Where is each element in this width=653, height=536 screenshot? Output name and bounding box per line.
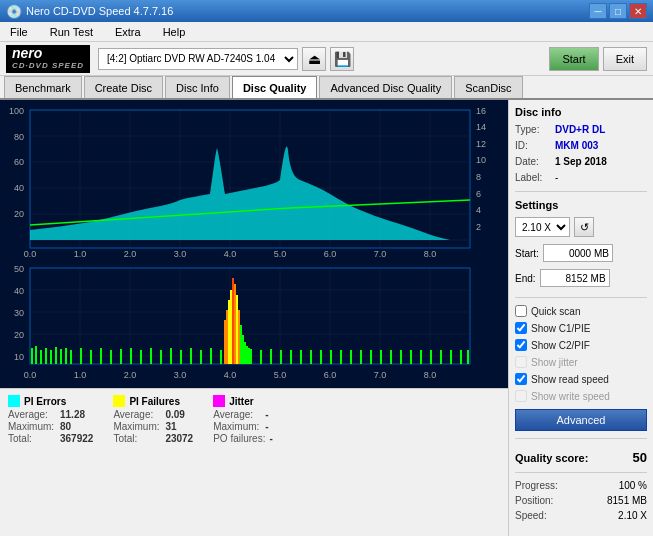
- svg-rect-58: [31, 348, 33, 364]
- svg-rect-42: [0, 260, 508, 388]
- svg-rect-59: [35, 346, 37, 364]
- svg-rect-80: [210, 348, 212, 364]
- menu-file[interactable]: File: [4, 24, 34, 40]
- exit-button[interactable]: Exit: [603, 47, 647, 71]
- svg-rect-101: [310, 350, 312, 364]
- title-bar-left: 💿 Nero CD-DVD Speed 4.7.7.16: [6, 4, 173, 19]
- tab-benchmark[interactable]: Benchmark: [4, 76, 82, 98]
- tab-create-disc[interactable]: Create Disc: [84, 76, 163, 98]
- jitter-po-value: -: [269, 433, 272, 444]
- tab-scandisc[interactable]: ScanDisc: [454, 76, 522, 98]
- quick-scan-checkbox[interactable]: [515, 305, 527, 317]
- start-label: Start:: [515, 248, 539, 259]
- svg-text:3.0: 3.0: [174, 370, 187, 380]
- quality-score-value: 50: [633, 450, 647, 465]
- svg-rect-79: [200, 350, 202, 364]
- svg-rect-111: [410, 350, 412, 364]
- right-panel: Disc info Type: DVD+R DL ID: MKM 003 Dat…: [508, 100, 653, 536]
- separator-4: [515, 472, 647, 473]
- pi-errors-avg-value: 11.28: [60, 409, 85, 420]
- svg-text:40: 40: [14, 286, 24, 296]
- show-c2pif-label: Show C2/PIF: [531, 340, 590, 351]
- disc-date-value: 1 Sep 2018: [555, 156, 607, 167]
- save-icon[interactable]: 💾: [330, 47, 354, 71]
- disc-label-value: -: [555, 172, 558, 183]
- separator-2: [515, 297, 647, 298]
- speed-select[interactable]: 2.10 X: [515, 217, 570, 237]
- jitter-avg-value: -: [265, 409, 268, 420]
- drive-select[interactable]: [4:2] Optiarc DVD RW AD-7240S 1.04: [98, 48, 298, 70]
- svg-text:3.0: 3.0: [174, 249, 187, 259]
- disc-type-row: Type: DVD+R DL: [515, 124, 647, 135]
- start-row: Start:: [515, 244, 647, 262]
- pi-failures-avg-value: 0.09: [165, 409, 184, 420]
- svg-rect-62: [50, 350, 52, 364]
- tab-disc-quality[interactable]: Disc Quality: [232, 76, 318, 98]
- svg-text:16: 16: [476, 106, 486, 116]
- svg-text:2.0: 2.0: [124, 249, 137, 259]
- minimize-button[interactable]: ─: [589, 3, 607, 19]
- svg-text:30: 30: [14, 308, 24, 318]
- show-c2pif-checkbox[interactable]: [515, 339, 527, 351]
- tab-advanced-disc-quality[interactable]: Advanced Disc Quality: [319, 76, 452, 98]
- lower-chart-svg: 50 40 30 20 10 0.0 1.0 2.0 3.0 4.0 5.0 6…: [0, 260, 508, 388]
- start-button[interactable]: Start: [549, 47, 598, 71]
- svg-rect-84: [228, 300, 230, 364]
- end-input[interactable]: [540, 269, 610, 287]
- progress-label: Progress:: [515, 480, 558, 491]
- svg-rect-114: [440, 350, 442, 364]
- svg-text:8: 8: [476, 172, 481, 182]
- settings-refresh-icon[interactable]: ↺: [574, 217, 594, 237]
- svg-rect-117: [467, 350, 469, 364]
- tab-disc-info[interactable]: Disc Info: [165, 76, 230, 98]
- end-row: End:: [515, 269, 647, 287]
- menu-extra[interactable]: Extra: [109, 24, 147, 40]
- svg-rect-75: [160, 350, 162, 364]
- svg-rect-90: [240, 325, 242, 364]
- disc-date-label: Date:: [515, 156, 551, 167]
- svg-text:60: 60: [14, 157, 24, 167]
- svg-text:6: 6: [476, 189, 481, 199]
- svg-rect-99: [290, 350, 292, 364]
- svg-text:4.0: 4.0: [224, 370, 237, 380]
- svg-rect-86: [232, 278, 234, 364]
- svg-rect-115: [450, 350, 452, 364]
- pi-errors-max-value: 80: [60, 421, 71, 432]
- advanced-button[interactable]: Advanced: [515, 409, 647, 431]
- pi-errors-title: PI Errors: [24, 396, 66, 407]
- start-input[interactable]: [543, 244, 613, 262]
- show-read-speed-checkbox[interactable]: [515, 373, 527, 385]
- close-button[interactable]: ✕: [629, 3, 647, 19]
- show-jitter-checkbox: [515, 356, 527, 368]
- disc-id-label: ID:: [515, 140, 551, 151]
- disc-label-row: Label: -: [515, 172, 647, 183]
- menu-run-test[interactable]: Run Test: [44, 24, 99, 40]
- pi-failures-max-value: 31: [165, 421, 176, 432]
- svg-rect-98: [280, 350, 282, 364]
- svg-text:12: 12: [476, 139, 486, 149]
- disc-label-label: Label:: [515, 172, 551, 183]
- svg-rect-76: [170, 348, 172, 364]
- svg-rect-81: [220, 350, 222, 364]
- svg-rect-95: [250, 349, 252, 364]
- pi-failures-title: PI Failures: [129, 396, 180, 407]
- svg-rect-72: [130, 348, 132, 364]
- pi-failures-avg-label: Average:: [113, 409, 161, 420]
- position-value: 8151 MB: [607, 495, 647, 506]
- speed-settings-row: 2.10 X ↺: [515, 217, 647, 237]
- show-c1pie-checkbox[interactable]: [515, 322, 527, 334]
- maximize-button[interactable]: □: [609, 3, 627, 19]
- svg-rect-82: [224, 320, 226, 364]
- svg-text:5.0: 5.0: [274, 370, 287, 380]
- separator-3: [515, 438, 647, 439]
- svg-rect-107: [370, 350, 372, 364]
- pi-failures-total-value: 23072: [165, 433, 193, 444]
- chart-panel: 100 80 60 40 20 16 14 12 10 8 6 4 2 0.0 …: [0, 100, 508, 536]
- svg-rect-94: [248, 348, 250, 364]
- menu-help[interactable]: Help: [157, 24, 192, 40]
- show-c2pif-row: Show C2/PIF: [515, 339, 647, 351]
- disc-type-value: DVD+R DL: [555, 124, 605, 135]
- eject-icon[interactable]: ⏏: [302, 47, 326, 71]
- jitter-max-value: -: [265, 421, 268, 432]
- title-bar-controls: ─ □ ✕: [589, 3, 647, 19]
